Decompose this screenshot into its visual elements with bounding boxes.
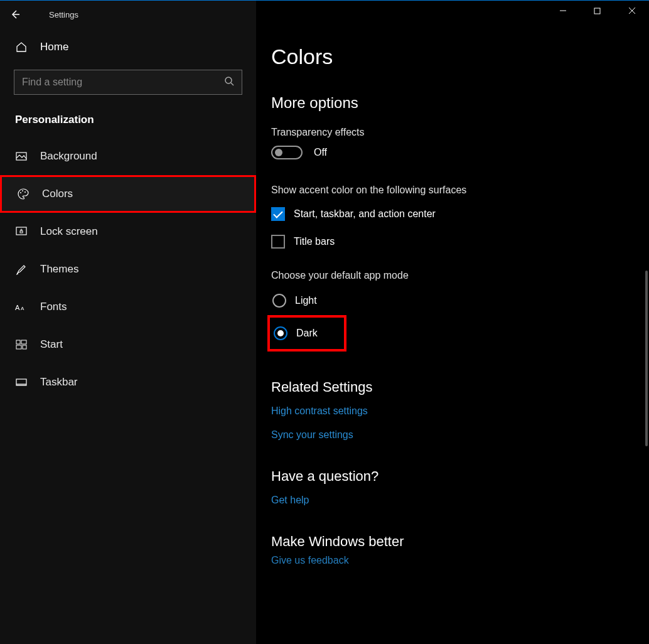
checkbox-start-taskbar[interactable]: Start, taskbar, and action center — [271, 207, 649, 221]
search-icon — [224, 76, 234, 89]
more-options-heading: More options — [271, 94, 649, 112]
search-box[interactable] — [14, 70, 242, 95]
sidebar-item-background[interactable]: Background — [0, 137, 256, 175]
link-give-feedback[interactable]: Give us feedback — [271, 555, 649, 564]
link-sync-settings[interactable]: Sync your settings — [271, 429, 649, 441]
checkbox-titlebars[interactable]: Title bars — [271, 235, 649, 249]
sidebar: Settings Home Personalization Background… — [0, 1, 256, 644]
sidebar-item-taskbar[interactable]: Taskbar — [0, 363, 256, 401]
picture-icon — [15, 150, 28, 163]
have-a-question-heading: Have a question? — [271, 468, 649, 485]
svg-text:A: A — [15, 304, 20, 311]
radio-label: Dark — [296, 328, 318, 339]
svg-rect-10 — [21, 340, 26, 344]
sidebar-item-label: Colors — [42, 188, 73, 200]
app-mode-label: Choose your default app mode — [271, 270, 649, 281]
titlebar-left: Settings — [0, 4, 256, 24]
category-title: Personalization — [0, 110, 256, 137]
link-get-help[interactable]: Get help — [271, 495, 649, 506]
accent-surfaces-label: Show accent color on the following surfa… — [271, 185, 649, 196]
back-button[interactable] — [0, 4, 30, 24]
sidebar-item-themes[interactable]: Themes — [0, 250, 256, 288]
svg-rect-14 — [16, 384, 26, 385]
start-tiles-icon — [15, 338, 28, 351]
radio-dark[interactable]: Dark — [272, 323, 319, 344]
svg-rect-12 — [23, 345, 26, 349]
radio-dark-highlight: Dark — [267, 315, 346, 352]
main-pane: Colors More options Transparency effects… — [256, 1, 649, 644]
close-icon — [628, 7, 636, 14]
sidebar-item-label: Fonts — [40, 301, 67, 313]
fonts-icon: AA — [15, 301, 28, 313]
minimize-icon — [559, 7, 567, 14]
sidebar-item-label: Start — [40, 338, 63, 351]
transparency-toggle[interactable] — [271, 146, 303, 159]
radio-light[interactable]: Light — [271, 290, 649, 311]
scrollbar-thumb[interactable] — [645, 271, 648, 446]
radio-label: Light — [295, 295, 317, 306]
window-caption-buttons — [545, 1, 649, 21]
svg-text:A: A — [21, 306, 24, 311]
app-title: Settings — [49, 10, 78, 19]
make-windows-better-heading: Make Windows better — [271, 534, 649, 550]
sidebar-item-fonts[interactable]: AA Fonts — [0, 288, 256, 326]
sidebar-item-label: Themes — [40, 263, 78, 276]
transparency-state: Off — [314, 147, 327, 158]
home-label: Home — [40, 41, 68, 53]
radio-icon — [274, 326, 287, 340]
sidebar-item-colors[interactable]: Colors — [0, 175, 256, 213]
svg-point-0 — [225, 77, 232, 83]
page-title: Colors — [271, 45, 649, 69]
taskbar-icon — [15, 376, 28, 389]
sidebar-item-label: Lock screen — [40, 225, 98, 238]
svg-point-3 — [22, 190, 23, 191]
svg-point-2 — [20, 192, 21, 193]
home-button[interactable]: Home — [0, 24, 256, 70]
palette-icon — [17, 188, 30, 200]
checkbox-label: Title bars — [294, 236, 335, 247]
link-high-contrast[interactable]: High contrast settings — [271, 405, 649, 417]
sidebar-item-start[interactable]: Start — [0, 326, 256, 363]
maximize-button[interactable] — [580, 1, 614, 21]
svg-rect-9 — [16, 340, 20, 344]
minimize-button[interactable] — [545, 1, 580, 21]
sidebar-item-label: Taskbar — [40, 376, 78, 389]
checkbox-icon — [271, 207, 285, 221]
related-settings-heading: Related Settings — [271, 379, 649, 395]
checkbox-label: Start, taskbar, and action center — [294, 208, 436, 220]
checkbox-icon — [271, 235, 285, 249]
transparency-label: Transparency effects — [271, 127, 649, 138]
home-icon — [15, 41, 28, 53]
search-input[interactable] — [22, 77, 224, 88]
back-arrow-icon — [10, 9, 20, 19]
close-button[interactable] — [614, 1, 649, 21]
sidebar-item-lockscreen[interactable]: Lock screen — [0, 213, 256, 250]
lock-screen-icon — [15, 225, 28, 238]
radio-icon — [272, 294, 286, 308]
paintbrush-icon — [15, 263, 28, 276]
svg-rect-6 — [20, 231, 23, 233]
svg-point-4 — [24, 191, 26, 193]
maximize-icon — [594, 8, 601, 14]
sidebar-item-label: Background — [40, 150, 97, 163]
svg-rect-15 — [594, 8, 600, 14]
svg-rect-11 — [16, 345, 21, 349]
